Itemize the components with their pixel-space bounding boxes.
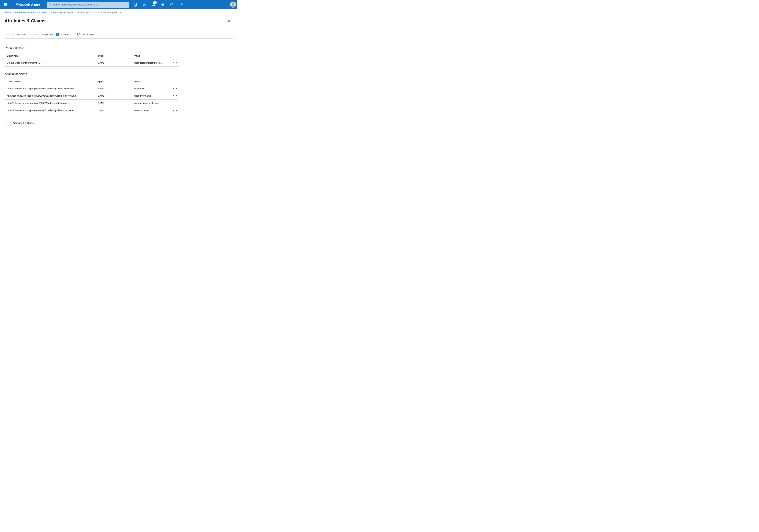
columns-icon [56,33,59,36]
plus-icon [7,33,9,36]
table-row[interactable]: http://schemas.xmlsoap.org/ws/2005/05/id… [5,100,178,107]
breadcrumb-separator: > [48,11,49,14]
got-feedback-button[interactable]: Got feedback? [76,32,97,36]
claim-type-cell: SAML [98,102,134,104]
column-header-value[interactable]: Value [134,55,172,57]
table-row[interactable]: Unique User Identifier (Name ID) SAML us… [5,59,178,67]
breadcrumb-azure-saml-sso[interactable]: Azure SAML SSO | SAML-based Sign-on [51,11,92,14]
required-claim-table: Claim name Type Value Unique User Identi… [5,53,178,67]
hamburger-menu-icon[interactable] [4,3,7,6]
breadcrumb: Home > Browse Microsoft Entra Gallery > … [5,11,121,14]
columns-label: Columns [61,33,70,36]
toolbar-rule [5,38,233,39]
feedback-icon [76,32,80,36]
breadcrumb-separator: > [12,11,14,14]
row-menu-button[interactable] [172,102,178,103]
avatar[interactable] [230,2,236,8]
column-header-value[interactable]: Value [134,80,172,83]
row-menu-button[interactable] [172,110,178,111]
table-header: Claim name Type Value [5,53,178,59]
required-claim-heading: Required claim [5,47,24,50]
table-row[interactable]: http://schemas.xmlsoap.org/ws/2005/05/id… [5,85,178,92]
claim-value-cell: user.userprincipalname [134,102,172,104]
claim-name-cell: Unique User Identifier (Name ID) [5,61,98,64]
add-group-claim-label: Add a group claim [34,33,53,36]
table-header: Claim name Type Value [5,78,178,85]
toolbar-divider [73,32,73,36]
help-icon[interactable]: ? [170,3,174,7]
claim-value-cell: user.givenname [134,95,172,97]
chevron-down-icon [7,122,9,125]
claim-name-cell: http://schemas.xmlsoap.org/ws/2005/05/id… [5,109,98,112]
row-menu-button[interactable] [172,95,178,96]
claim-value-cell: user.surname [134,109,172,112]
claim-name-cell: http://schemas.xmlsoap.org/ws/2005/05/id… [5,87,98,90]
blade-context-menu-button[interactable]: ··· [59,20,62,22]
search-input[interactable] [53,3,127,6]
claim-value-cell: user.mail [134,87,172,90]
add-new-claim-button[interactable]: Add new claim [7,33,26,36]
close-icon[interactable] [227,20,231,23]
add-new-claim-label: Add new claim [11,33,26,36]
claim-name-cell: http://schemas.xmlsoap.org/ws/2005/05/id… [5,95,98,97]
breadcrumb-separator: > [94,11,95,14]
feedback-icon[interactable] [179,3,183,7]
svg-text:?: ? [171,4,173,6]
table-row[interactable]: http://schemas.xmlsoap.org/ws/2005/05/id… [5,107,178,114]
claim-type-cell: SAML [98,61,134,64]
claim-type-cell: SAML [98,109,134,112]
settings-gear-icon[interactable] [161,3,165,7]
breadcrumb-saml-based-sign-on[interactable]: SAML-based Sign-on [97,11,118,14]
search-icon [49,3,51,6]
advanced-settings-label: Advanced settings [13,122,33,125]
topbar-icon-group: 2 ? [134,3,183,7]
column-header-claim-name[interactable]: Claim name [5,55,98,57]
azure-portal-screen: Microsoft Azure [0,0,237,133]
cloud-shell-icon[interactable] [134,3,137,7]
page-title: Attributes & Claims [5,19,45,23]
table-row[interactable]: http://schemas.xmlsoap.org/ws/2005/05/id… [5,92,178,100]
breadcrumb-entra-gallery[interactable]: Browse Microsoft Entra Gallery [15,11,47,14]
global-search [47,2,129,8]
additional-claims-heading: Additional claims [5,72,27,76]
claim-type-cell: SAML [98,87,134,90]
additional-claims-table: Claim name Type Value http://schemas.xml… [5,78,178,114]
column-header-type[interactable]: Type [98,80,134,83]
add-group-claim-button[interactable]: Add a group claim [30,33,53,36]
row-menu-button[interactable] [172,88,178,89]
columns-button[interactable]: Columns [56,33,70,36]
breadcrumb-separator: > [119,11,121,14]
top-bar: Microsoft Azure [0,0,237,9]
notifications-bell-icon[interactable]: 2 [152,3,155,7]
advanced-settings-toggle[interactable]: Advanced settings [7,122,33,125]
row-menu-button[interactable] [172,62,178,63]
column-header-type[interactable]: Type [98,55,134,57]
command-bar: Add new claim Add a group claim Columns [7,32,97,37]
plus-icon [30,33,32,36]
brand-title[interactable]: Microsoft Azure [16,3,40,6]
column-header-claim-name[interactable]: Claim name [5,80,98,83]
claim-type-cell: SAML [98,95,134,97]
got-feedback-label: Got feedback? [82,33,97,36]
notification-badge[interactable]: 2 [153,1,157,4]
claim-name-cell: http://schemas.xmlsoap.org/ws/2005/05/id… [5,102,98,104]
breadcrumb-home[interactable]: Home [5,11,11,14]
claim-value-cell: user.userprincipalname [... [134,61,172,64]
directory-filter-icon[interactable] [143,3,146,7]
